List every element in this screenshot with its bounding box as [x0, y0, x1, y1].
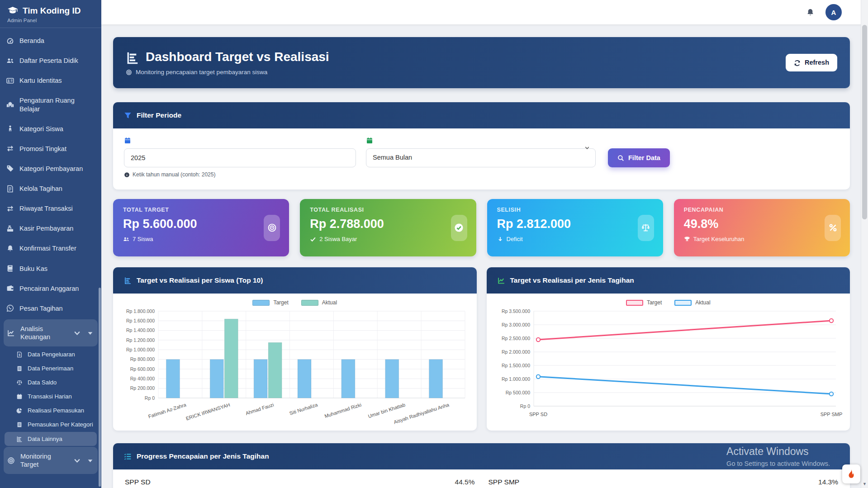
refresh-button[interactable]: Refresh	[786, 54, 837, 71]
year-input[interactable]	[124, 148, 356, 167]
sidebar-item-konfirmasi-transfer[interactable]: Konfirmasi Transfer	[0, 238, 101, 258]
sidebar-item-analisis-keuangan[interactable]: Analisis Keuangan	[4, 319, 98, 346]
sidebar-subitem-data-penerimaan[interactable]: Data Penerimaan	[0, 361, 101, 375]
sidebar-item-daftar-peserta-didik[interactable]: Daftar Peserta Didik	[0, 51, 101, 71]
search-icon	[617, 155, 624, 161]
page-scrollbar[interactable]: ▼	[861, 0, 868, 488]
notification-bell-icon[interactable]	[806, 8, 815, 16]
sidebar-item-kategori-pembayaran[interactable]: Kategori Pembayaran	[0, 159, 101, 179]
chart-line-icon	[7, 329, 15, 337]
chart-bar-icon	[16, 436, 23, 442]
stat-card-total-realisasi: TOTAL REALISASIRp 2.788.0002 Siswa Bayar	[300, 199, 476, 256]
sidebar-item-kartu-identitas[interactable]: Kartu Identitas	[0, 71, 101, 90]
chevron-down-icon	[584, 145, 590, 151]
bar-chart-icon	[124, 276, 132, 284]
chart-bar-icon	[124, 277, 132, 284]
exchange-icon	[6, 205, 14, 213]
sidebar-subitem-label: Data Pengeluaran	[28, 351, 75, 358]
sidebar-subitem-data-saldo[interactable]: Data Saldo	[0, 375, 101, 389]
legend-item: Aktual	[674, 299, 710, 306]
filter-icon	[124, 111, 132, 119]
stat-label: PENCAPAIAN	[684, 207, 840, 213]
sidebar-item-label: Kategori Pembayaran	[19, 165, 83, 173]
bar-chart-body: TargetAktual Rp 0Rp 200.000Rp 400.000Rp …	[113, 294, 477, 429]
dashboard-banner: Dashboard Target vs Realisasi Monitoring…	[113, 37, 850, 88]
page-scrollbar-thumb[interactable]	[862, 25, 867, 219]
bell-icon	[806, 8, 815, 17]
filter-title: Filter Periode	[137, 111, 181, 119]
stat-value: Rp 2.812.000	[497, 217, 653, 231]
charts-row: Target vs Realisasi per Siswa (Top 10) T…	[113, 267, 850, 431]
sidebar-item-kelola-tagihan[interactable]: Kelola Tagihan	[0, 179, 101, 199]
flame-icon	[846, 469, 857, 479]
legend-swatch	[626, 300, 643, 306]
svg-text:Rp 200.000: Rp 200.000	[130, 385, 155, 391]
stat-sub: 7 Siswa	[123, 236, 279, 242]
brand: Tim Koding ID Admin Panel	[0, 0, 101, 28]
progress-row-value: 44.5%	[455, 478, 475, 486]
cash-register-icon	[6, 225, 14, 232]
sidebar-subitem-label: Transaksi Harian	[28, 393, 72, 400]
stat-value: 49.8%	[684, 217, 840, 231]
bullseye-icon	[126, 69, 132, 76]
sidebar-subitem-label: Realisasi Pemasukan	[28, 407, 84, 414]
svg-text:Rp 1.000.000: Rp 1.000.000	[501, 376, 530, 382]
sidebar-item-monitoring-target[interactable]: Monitoring Target	[4, 447, 98, 474]
debug-toolbar-button[interactable]	[842, 464, 860, 483]
sidebar-subitem-data-lainnya[interactable]: Data Lainnya	[5, 432, 97, 446]
sidebar-item-label: Beranda	[19, 37, 44, 45]
graduation-cap-icon	[7, 5, 18, 16]
stat-label: TOTAL REALISASI	[310, 207, 466, 213]
sidebar-scrollbar-thumb[interactable]	[99, 288, 101, 487]
avatar[interactable]: A	[825, 4, 842, 20]
sidebar: Tim Koding ID Admin Panel BerandaDaftar …	[0, 0, 101, 488]
school-icon	[6, 101, 14, 109]
svg-text:Rp 3.500.000: Rp 3.500.000	[501, 308, 530, 314]
sidebar-subitem-data-pengeluaran[interactable]: $Data Pengeluaran	[0, 347, 101, 361]
chevron-down-icon	[73, 457, 81, 464]
sidebar-item-pesan-tagihan[interactable]: Pesan Tagihan	[0, 298, 101, 318]
receipt-icon	[16, 365, 23, 372]
sidebar-subitem-label: Pemasukan Per Kategori	[28, 421, 93, 428]
sidebar-item-pengaturan-ruang-belajar[interactable]: Pengaturan Ruang Belajar	[0, 90, 101, 118]
sidebar-nav: BerandaDaftar Peserta DidikKartu Identit…	[0, 28, 101, 474]
sidebar-item-label: Analisis Keuangan	[20, 325, 67, 341]
filter-data-button[interactable]: Filter Data	[608, 148, 670, 167]
filter-card-header: Filter Periode	[113, 102, 850, 128]
progress-card-header: Progress Pencapaian per Jenis Tagihan	[113, 443, 850, 469]
info-icon	[124, 172, 130, 178]
chevron-down-icon	[584, 143, 590, 149]
sidebar-item-beranda[interactable]: Beranda	[0, 31, 101, 51]
sidebar-item-buku-kas[interactable]: Buku Kas	[0, 259, 101, 279]
line-chart-icon	[498, 276, 505, 284]
whatsapp-icon	[6, 304, 14, 312]
gauge-icon	[6, 37, 14, 45]
sidebar-subitem-realisasi-pemasukan[interactable]: Realisasi Pemasukan	[0, 403, 101, 417]
sidebar-item-pencairan-anggaran[interactable]: Pencairan Anggaran	[0, 279, 101, 298]
caret-down-icon	[86, 457, 94, 464]
stat-card-selisih: SELISIHRp 2.812.000Deficit	[487, 199, 663, 256]
sidebar-item-label: Kategori Siswa	[19, 125, 63, 133]
sidebar-item-kasir-pembayaran[interactable]: Kasir Pembayaran	[0, 218, 101, 238]
sidebar-item-promosi-tingkat[interactable]: Promosi Tingkat	[0, 139, 101, 159]
svg-text:Rp 1.400.000: Rp 1.400.000	[126, 327, 155, 333]
topbar: A	[101, 0, 868, 24]
legend-item: Target	[252, 299, 288, 306]
caret-down-icon	[86, 329, 94, 337]
progress-rows: SPP SD44.5%SPP SMP14.3%	[113, 469, 850, 488]
page-title-row: Dashboard Target vs Realisasi	[126, 50, 329, 65]
month-select[interactable]: Semua Bulan	[366, 148, 596, 167]
stat-value: Rp 2.788.000	[310, 217, 466, 231]
svg-text:Rp 800.000: Rp 800.000	[130, 356, 155, 362]
brand-title: Tim Koding ID	[23, 6, 81, 16]
scroll-down-arrow-icon[interactable]: ▼	[861, 482, 868, 486]
legend-item: Target	[626, 299, 662, 306]
calendar-check-icon	[366, 136, 373, 143]
sidebar-subitem-pemasukan-per-kategori[interactable]: Pemasukan Per Kategori	[0, 417, 101, 431]
sidebar-item-kategori-siswa[interactable]: Kategori Siswa	[0, 119, 101, 139]
legend-swatch	[674, 300, 692, 306]
sidebar-item-label: Riwayat Transaksi	[19, 204, 73, 213]
sidebar-item-riwayat-transaksi[interactable]: Riwayat Transaksi	[0, 199, 101, 218]
sidebar-subitem-transaksi-harian[interactable]: Transaksi Harian	[0, 389, 101, 403]
sync-icon	[794, 60, 801, 66]
